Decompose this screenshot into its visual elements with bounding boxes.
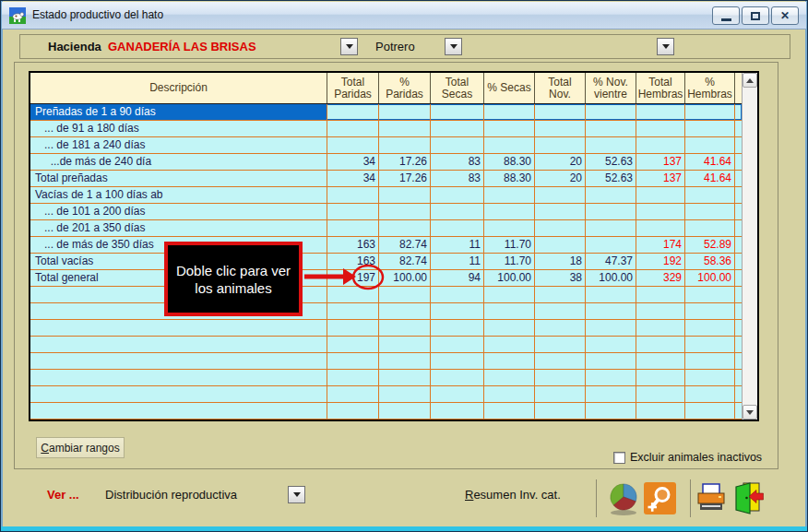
cell-value[interactable] — [379, 187, 431, 203]
cell-value[interactable]: 52.89 — [685, 237, 735, 253]
minimize-button[interactable] — [712, 6, 740, 25]
cambiar-rangos-button[interactable]: Cambiar rangos — [36, 437, 125, 458]
cell-value[interactable] — [327, 220, 379, 236]
cell-value[interactable] — [327, 187, 379, 203]
cell-value[interactable] — [586, 386, 636, 402]
cell-value[interactable] — [431, 370, 484, 385]
title-bar[interactable]: Estado productivo del hato ✕ — [2, 2, 806, 30]
cell-value[interactable]: 20 — [535, 171, 586, 186]
cell-value[interactable] — [685, 337, 735, 352]
cell-value[interactable] — [586, 337, 636, 352]
zoom-search-button[interactable] — [644, 482, 676, 518]
cell-value[interactable] — [636, 403, 685, 419]
close-button[interactable]: ✕ — [771, 6, 799, 25]
cell-value[interactable]: 192 — [636, 254, 685, 269]
cell-value[interactable] — [484, 353, 535, 369]
cell-value[interactable] — [586, 187, 636, 203]
cell-value[interactable] — [586, 287, 636, 302]
cell-value[interactable] — [431, 104, 484, 120]
cell-value[interactable] — [535, 204, 586, 219]
cell-value[interactable] — [535, 220, 586, 236]
cell-value[interactable] — [636, 320, 685, 336]
cell-value[interactable] — [379, 320, 431, 336]
cell-value[interactable] — [535, 237, 586, 253]
cell-desc[interactable]: Total preñadas — [30, 171, 327, 186]
cell-value[interactable]: 100.00 — [484, 270, 535, 286]
cell-value[interactable] — [685, 137, 735, 153]
cell-value[interactable] — [685, 386, 735, 402]
cell-desc[interactable]: ... de 181 a 240 días — [30, 137, 327, 153]
cell-value[interactable] — [535, 187, 586, 203]
column-header[interactable]: Total Nov. — [535, 73, 586, 103]
cell-value[interactable]: 197 — [327, 270, 379, 286]
cell-value[interactable] — [586, 353, 636, 369]
cell-value[interactable] — [636, 204, 685, 219]
cell-value[interactable] — [431, 337, 484, 352]
cell-value[interactable] — [685, 220, 735, 236]
cell-value[interactable] — [431, 353, 484, 369]
cell-value[interactable]: 88.30 — [484, 171, 535, 186]
cell-value[interactable]: 58.36 — [685, 254, 735, 269]
cell-value[interactable]: 137 — [636, 154, 685, 170]
cell-desc[interactable] — [30, 320, 327, 336]
cell-value[interactable] — [484, 303, 535, 319]
cell-value[interactable] — [685, 121, 735, 136]
cell-value[interactable] — [535, 303, 586, 319]
cell-value[interactable]: 163 — [327, 237, 379, 253]
cell-value[interactable]: 17.26 — [379, 171, 431, 186]
cell-value[interactable] — [636, 370, 685, 385]
vertical-scrollbar[interactable] — [742, 73, 757, 420]
cell-value[interactable] — [327, 337, 379, 352]
cell-value[interactable] — [431, 287, 484, 302]
cell-value[interactable]: 88.30 — [484, 154, 535, 170]
cell-value[interactable] — [431, 303, 484, 319]
cell-value[interactable] — [586, 121, 636, 136]
table-row[interactable] — [30, 386, 742, 403]
cell-value[interactable] — [586, 137, 636, 153]
cell-value[interactable] — [685, 187, 735, 203]
print-button[interactable] — [695, 483, 727, 518]
cell-value[interactable]: 329 — [636, 270, 685, 286]
herd-status-grid[interactable]: DescripciónTotal Paridas% ParidasTotal S… — [29, 71, 759, 421]
cell-value[interactable] — [685, 287, 735, 302]
cell-value[interactable] — [484, 104, 535, 120]
cell-value[interactable] — [484, 204, 535, 219]
cell-value[interactable]: 137 — [636, 171, 685, 186]
cell-value[interactable] — [586, 220, 636, 236]
cell-desc[interactable] — [30, 386, 327, 402]
cell-value[interactable] — [535, 121, 586, 136]
table-row[interactable]: ... de 91 a 180 días — [30, 121, 742, 137]
cell-value[interactable] — [431, 220, 484, 236]
cell-value[interactable] — [431, 121, 484, 136]
cell-value[interactable] — [379, 220, 431, 236]
column-header[interactable]: % Hembras — [685, 73, 735, 103]
cell-value[interactable] — [379, 104, 431, 120]
scroll-up-button[interactable] — [743, 73, 757, 88]
cell-value[interactable] — [379, 121, 431, 136]
table-row[interactable] — [30, 370, 742, 386]
table-row[interactable]: Preñadas de 1 a 90 días — [30, 104, 742, 121]
maximize-button[interactable] — [742, 6, 769, 25]
cell-value[interactable] — [636, 287, 685, 302]
column-header[interactable]: % Paridas — [379, 73, 431, 103]
cell-value[interactable] — [535, 353, 586, 369]
table-row[interactable]: Total preñadas3417.268388.302052.6313741… — [30, 171, 742, 187]
cell-value[interactable] — [379, 370, 431, 385]
cell-value[interactable] — [586, 320, 636, 336]
cell-value[interactable]: 11 — [431, 237, 484, 253]
cell-value[interactable] — [586, 403, 636, 419]
app-icon[interactable] — [9, 7, 26, 24]
cell-value[interactable]: 11 — [431, 254, 484, 269]
cell-value[interactable] — [431, 187, 484, 203]
cell-value[interactable] — [484, 403, 535, 419]
cell-value[interactable] — [484, 287, 535, 302]
table-row[interactable]: Total general197100.0094100.0038100.0032… — [30, 270, 742, 287]
cell-value[interactable]: 47.37 — [586, 254, 636, 269]
column-header[interactable]: Total Hembras — [636, 73, 685, 103]
cell-desc[interactable] — [30, 353, 327, 369]
cell-desc[interactable]: ... de 101 a 200 días — [30, 204, 327, 219]
cell-value[interactable] — [535, 320, 586, 336]
column-header[interactable]: % Secas — [484, 73, 535, 103]
cell-value[interactable] — [535, 104, 586, 120]
cell-value[interactable] — [636, 220, 685, 236]
